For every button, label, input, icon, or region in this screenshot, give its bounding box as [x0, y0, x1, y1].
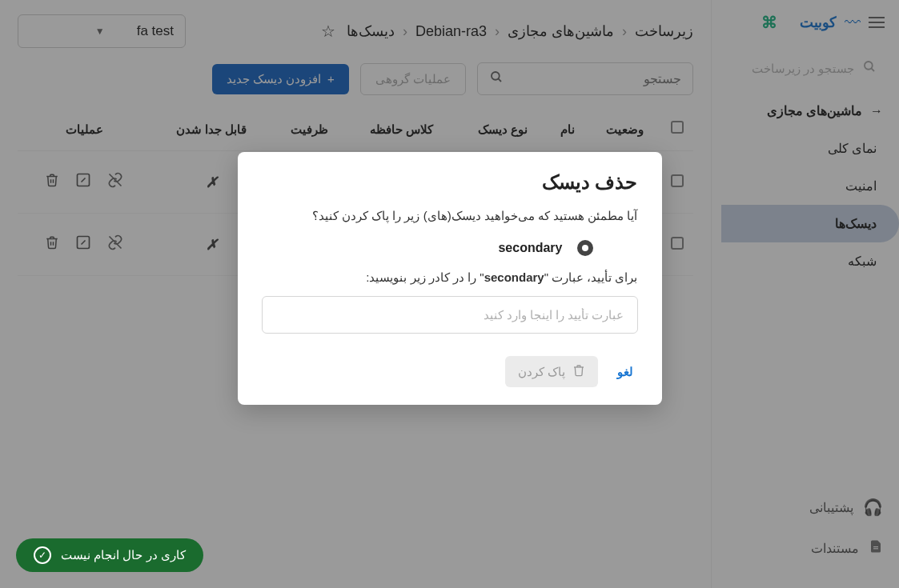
delete-disk-modal: حذف دیسک آیا مطمئن هستید که می‌خواهید دی… [238, 152, 662, 405]
trash-icon [572, 364, 585, 379]
modal-disk-name: secondary [498, 241, 562, 255]
delete-button[interactable]: پاک کردن [505, 356, 597, 387]
modal-title: حذف دیسک [262, 171, 638, 194]
delete-button-label: پاک کردن [518, 365, 565, 379]
modal-disk-item: secondary [262, 240, 638, 256]
status-label: کاری در حال انجام نیست [61, 548, 186, 562]
cancel-button[interactable]: لغو [612, 358, 638, 386]
modal-question: آیا مطمئن هستید که می‌خواهید دیسک(های) ز… [262, 206, 638, 226]
check-circle-icon: ✓ [34, 546, 51, 564]
modal-confirm-instruction: برای تأیید، عبارت "secondary" را در کادر… [262, 270, 638, 285]
modal-confirm-input[interactable] [262, 296, 638, 334]
modal-overlay[interactable]: حذف دیسک آیا مطمئن هستید که می‌خواهید دی… [0, 0, 899, 588]
status-pill[interactable]: کاری در حال انجام نیست ✓ [16, 538, 203, 572]
modal-actions: لغو پاک کردن [262, 356, 638, 387]
disk-status-dot-icon [577, 240, 593, 256]
